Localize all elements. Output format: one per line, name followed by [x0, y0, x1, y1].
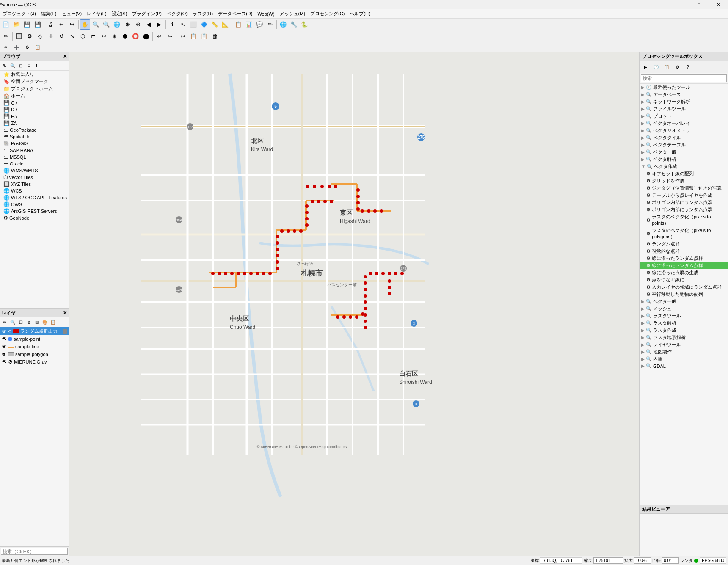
toolbox-vector-create[interactable]: ▼ 🔍 ベクタ作成: [640, 163, 728, 170]
rotation-input[interactable]: [662, 557, 679, 564]
layer-close-btn[interactable]: ✕: [63, 310, 67, 316]
zoom-in-btn[interactable]: 🔍: [91, 19, 101, 30]
layer-item-random-points[interactable]: 👁 ⚙ ランダム点群出力: [0, 327, 69, 335]
snap-btn[interactable]: 🔲: [14, 31, 24, 41]
toolbox-pts-along-line[interactable]: ⚙ 線に沿った点群の生成: [640, 269, 728, 276]
browser-item-wfs[interactable]: 🌐WFS / OGC API - Features: [0, 194, 69, 201]
digitize-btn[interactable]: ✏: [1, 31, 11, 41]
browser-item-z[interactable]: 💾Z:\: [0, 120, 69, 127]
browser-close-btn[interactable]: ✕: [63, 54, 67, 59]
browser-item-oracle[interactable]: 🗃Oracle: [0, 160, 69, 167]
menu-vector[interactable]: ベクタ(O): [164, 10, 190, 18]
toolbox-raster-to-polys[interactable]: ⚙ ラスタのベクタ化（pixels to polygons）: [640, 227, 728, 240]
toolbox-random-points[interactable]: ⚙ ランダム点群: [640, 240, 728, 248]
pan-btn[interactable]: ✋: [80, 19, 90, 30]
browser-item-ows[interactable]: 🌐OWS: [0, 201, 69, 208]
toolbox-offset-line[interactable]: ⚙ オフセット線の配列: [640, 170, 728, 177]
edit-delete-btn[interactable]: 🗑: [210, 31, 220, 41]
prev-extent-btn[interactable]: ◀: [143, 19, 154, 30]
toolbox-mesh[interactable]: ▶ 🔍 メッシュ: [640, 305, 728, 312]
python-btn[interactable]: 🐍: [299, 19, 309, 30]
layer-edit-btn[interactable]: ✏: [1, 318, 8, 326]
toolbox-random-in-polygon[interactable]: ⚙ ポリゴン内部にランダム点群: [640, 199, 728, 206]
toolbox-raster-create[interactable]: ▶ 🔍 ラスタ作成: [640, 327, 728, 334]
layer-collapse-btn[interactable]: ⊟: [33, 318, 41, 326]
layer-uncheck-btn[interactable]: ☐: [17, 318, 25, 326]
browser-refresh-btn[interactable]: ↻: [1, 62, 8, 69]
redo-btn[interactable]: ↪: [67, 19, 77, 30]
zoom-layer-btn[interactable]: ⊕: [133, 19, 143, 30]
open-table-btn[interactable]: 📋: [233, 19, 243, 30]
layer-vis-icon-mg[interactable]: 👁: [2, 359, 7, 365]
layer-vis-icon[interactable]: 👁: [2, 328, 7, 334]
search-input[interactable]: [1, 548, 68, 555]
annotate-btn[interactable]: ✏: [265, 19, 275, 30]
vertex-btn[interactable]: ◇: [35, 31, 45, 41]
browser-item-geonode[interactable]: ⚙GeoNode: [0, 215, 69, 221]
measure-btn[interactable]: 📏: [210, 19, 220, 30]
layer-vis-icon-sp[interactable]: 👁: [2, 336, 7, 342]
menu-settings[interactable]: 設定(S): [109, 10, 130, 18]
plugin-mgr-btn[interactable]: 🔧: [289, 19, 299, 30]
zoom-out-btn[interactable]: 🔍: [101, 19, 111, 30]
toolbox-table-to-point[interactable]: ⚙ テーブルから点レイヤを作成: [640, 192, 728, 199]
browser-item-sap-hana[interactable]: 🗃SAP HANA: [0, 147, 69, 154]
browser-item-vector-tiles[interactable]: ⬡Vector Tiles: [0, 174, 69, 181]
layer-add-btn[interactable]: ➕: [11, 42, 22, 52]
browser-info-btn[interactable]: ℹ: [33, 62, 41, 69]
edit-copy-btn[interactable]: 📋: [188, 31, 199, 41]
menu-raster[interactable]: ラスタ(R): [190, 10, 215, 18]
toolbox-random-along-line-active[interactable]: ⚙ 線に沿ったランダム点群: [640, 262, 728, 269]
toolbox-raster-analysis[interactable]: ▶ 🔍 ラスタ解析: [640, 320, 728, 327]
toolbox-raster-tools[interactable]: ▶ 🔍 ラスタツール: [640, 312, 728, 320]
offset-curve-btn[interactable]: ⊏: [88, 31, 98, 41]
menu-layer[interactable]: レイヤ(L): [84, 10, 109, 18]
toolbox-vector-analysis[interactable]: ▶ 🔍 ベクタ解析: [640, 156, 728, 163]
stats-btn[interactable]: 📊: [244, 19, 254, 30]
toolbox-gdal[interactable]: ▶ 🔍 GDAL: [640, 363, 728, 369]
browser-collapse-btn[interactable]: ⊟: [17, 62, 25, 69]
crs-button[interactable]: EPSG:6880: [700, 557, 726, 564]
browser-item-c[interactable]: 💾C:\: [0, 99, 69, 106]
layer-item-mierune-gray[interactable]: 👁 ⚙ MIERUNE Gray: [0, 358, 69, 366]
layer-item-sample-polygon[interactable]: 👁 sample-polygon: [0, 350, 69, 358]
browser-item-d[interactable]: 💾D:\: [0, 106, 69, 113]
map-canvas[interactable]: 5 275 277 452 124 275 3 3 © MIERUNE MapT…: [69, 52, 639, 556]
zoom-sel-btn[interactable]: ⊕: [122, 19, 132, 30]
print-btn[interactable]: 🖨: [46, 19, 56, 30]
toolbox-vector-general[interactable]: ▶ 🔍 ベクタ一般: [640, 149, 728, 156]
layer-vis-icon-spoly[interactable]: 👁: [2, 351, 7, 357]
toolbox-results-btn[interactable]: 📋: [662, 62, 672, 72]
ring-btn[interactable]: ⭕: [130, 31, 141, 41]
toolbox-plot[interactable]: ▶ 🔍 プロット: [640, 113, 728, 120]
scale-feat-btn[interactable]: ⤡: [67, 31, 77, 41]
filter-btn[interactable]: ⚙: [22, 42, 32, 52]
toolbox-raster-terrain[interactable]: ▶ 🔍 ラスタ地形解析: [640, 334, 728, 341]
identify-btn[interactable]: ℹ: [167, 19, 177, 30]
select-btn[interactable]: ↖: [178, 19, 188, 30]
save-as-btn[interactable]: 💾: [33, 19, 43, 30]
toolbox-vector-overlay[interactable]: ▶ 🔍 ベクタオーバレイ: [640, 120, 728, 127]
layer-theme-btn[interactable]: 🎨: [41, 318, 49, 326]
browser-item-geopackage[interactable]: 🗃GeoPackage: [0, 127, 69, 133]
browser-item-mssql[interactable]: 🗃MSSQL: [0, 154, 69, 160]
layer-expand-btn[interactable]: ⊕: [25, 318, 33, 326]
browser-item-xyz[interactable]: 🔲XYZ Tiles: [0, 181, 69, 187]
undo-btn[interactable]: ↩: [56, 19, 66, 30]
edit-paste-btn[interactable]: 📋: [199, 31, 209, 41]
menu-plugins[interactable]: プラグイン(P): [130, 10, 164, 18]
toolbox-random-in-extent[interactable]: ⚙ 入力レイヤの領域にランダム点群: [640, 284, 728, 291]
add-wms-btn[interactable]: 🌐: [278, 19, 288, 30]
open-project-btn[interactable]: 📂: [11, 19, 22, 30]
new-project-btn[interactable]: 📄: [1, 19, 11, 30]
browser-item-project-home[interactable]: 📁プロジェクトホーム: [0, 85, 69, 92]
toolbox-help-btn[interactable]: ?: [683, 62, 693, 72]
undo2-btn[interactable]: ↩: [154, 31, 164, 41]
layer-order-btn[interactable]: 📋: [49, 318, 57, 326]
browser-item-e[interactable]: 💾E:\: [0, 113, 69, 120]
toolbox-translate-array[interactable]: ⚙ 平行移動した地物の配列: [640, 291, 728, 298]
menu-web[interactable]: Web(W): [255, 11, 277, 17]
menu-database[interactable]: データベース(D): [215, 10, 255, 18]
browser-item-home[interactable]: 🏠ホーム: [0, 92, 69, 99]
browser-filter-btn[interactable]: 🔍: [9, 62, 17, 69]
